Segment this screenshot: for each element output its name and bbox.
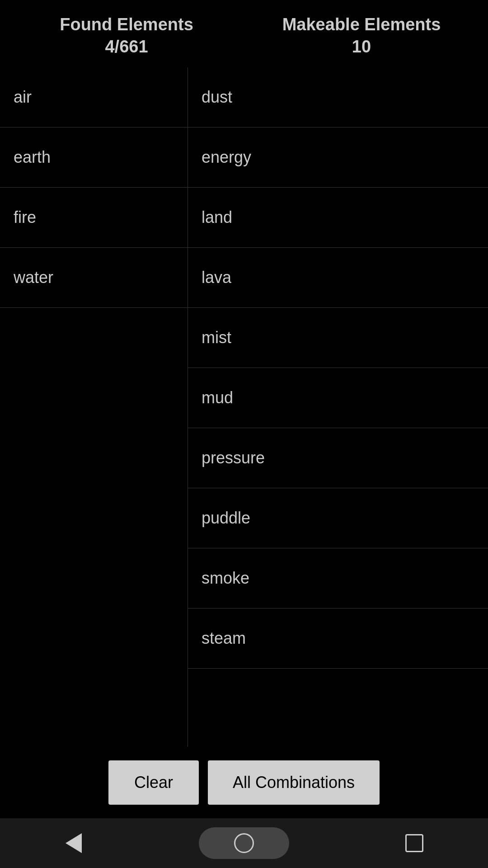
found-label: Found Elements (60, 15, 193, 34)
back-icon (66, 833, 82, 853)
home-button[interactable] (199, 827, 289, 859)
back-button[interactable] (51, 821, 96, 866)
clear-button[interactable]: Clear (108, 760, 199, 805)
makeable-element-item: dust (188, 67, 488, 127)
makeable-element-item: puddle (188, 488, 488, 548)
header: Found Elements 4/661 Makeable Elements 1… (0, 0, 488, 67)
makeable-elements-list: dustenergylandlavamistmudpressurepuddles… (188, 67, 488, 747)
all-combinations-button[interactable]: All Combinations (208, 760, 380, 805)
makeable-count: 10 (352, 37, 371, 56)
found-elements-list: airearthfirewater (0, 67, 188, 747)
makeable-elements-title: Makeable Elements 10 (244, 14, 479, 58)
recents-icon (405, 834, 423, 852)
makeable-element-item: smoke (188, 548, 488, 609)
makeable-element-item: pressure (188, 428, 488, 488)
found-element-item: fire (0, 188, 188, 248)
makeable-element-item: mist (188, 308, 488, 368)
home-icon (234, 833, 254, 853)
makeable-element-item: land (188, 188, 488, 248)
makeable-element-item: lava (188, 248, 488, 308)
bottom-buttons-bar: Clear All Combinations (0, 747, 488, 818)
recents-button[interactable] (392, 821, 437, 866)
found-count: 4/661 (105, 37, 148, 56)
found-element-item: water (0, 248, 188, 308)
found-element-item: air (0, 67, 188, 127)
found-elements-header: Found Elements 4/661 (9, 14, 244, 58)
makeable-element-item: mud (188, 368, 488, 428)
makeable-label: Makeable Elements (282, 15, 441, 34)
makeable-element-item: steam (188, 609, 488, 669)
found-element-item: earth (0, 127, 188, 188)
content-area: airearthfirewater dustenergylandlavamist… (0, 67, 488, 747)
makeable-elements-header: Makeable Elements 10 (244, 14, 479, 58)
found-elements-title: Found Elements 4/661 (9, 14, 244, 58)
makeable-element-item: energy (188, 127, 488, 188)
navigation-bar (0, 818, 488, 868)
